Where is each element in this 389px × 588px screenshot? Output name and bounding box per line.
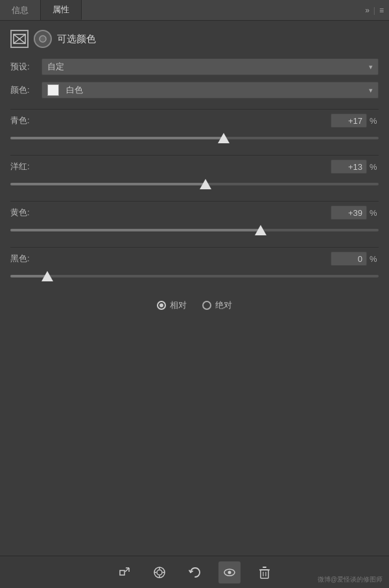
circle-icon [34,30,52,48]
svg-line-7 [125,568,129,572]
slider-label-0: 青色: [10,115,41,126]
slider-section-1: 洋红: +13 % [10,159,379,192]
divider-slider-2 [10,247,379,248]
slider-label-2: 黄色: [10,207,41,218]
tab-properties[interactable]: 属性 [41,0,82,20]
slider-fill-2 [10,229,261,231]
radio-absolute[interactable]: 绝对 [202,300,232,311]
slider-unit-0: % [370,116,379,126]
slider-section-2: 黄色: +39 % [10,206,379,238]
radio-row: 相对 绝对 [10,300,379,311]
slider-unit-1: % [370,162,379,172]
color-swatch [47,84,59,96]
slider-track-1 [10,183,379,185]
panel-title: 可选颜色 [57,33,96,45]
slider-value-group-3: 0 % [331,252,379,266]
preset-chevron: ▾ [369,63,373,71]
slider-header-0: 青色: +17 % [10,113,379,128]
slider-value-group-0: +17 % [331,113,379,128]
separator: | [373,6,375,15]
forward-icon[interactable]: » [365,6,370,15]
slider-track-2 [10,229,379,231]
panel: 信息 属性 » | ≡ [0,0,389,588]
slider-value-group-1: +13 % [331,159,379,174]
menu-icon[interactable]: ≡ [379,6,384,15]
envelope-icon [10,30,29,48]
preset-row: 预设: 自定 ▾ [10,58,379,75]
slider-value-2[interactable]: +39 [331,206,367,220]
svg-rect-4 [120,570,124,575]
slider-track-container-1[interactable] [10,176,379,192]
slider-track-3 [10,275,379,277]
color-chevron: ▾ [369,86,373,95]
slider-track-container-0[interactable] [10,130,379,146]
tab-bar: 信息 属性 » | ≡ [0,0,389,21]
slider-thumb-0[interactable] [218,133,230,143]
link-button[interactable] [113,561,136,583]
slider-header-1: 洋红: +13 % [10,159,379,174]
slider-section-3: 黑色: 0 % [10,252,379,284]
slider-thumb-2[interactable] [255,225,266,235]
divider-slider-0 [10,155,379,156]
sliders-container: 青色: +17 % 洋红: +13 % [10,113,379,293]
eye-circle-button[interactable] [148,561,171,583]
tab-info[interactable]: 信息 [0,0,41,20]
radio-relative[interactable]: 相对 [157,300,187,311]
radio-relative-circle [157,301,166,310]
panel-content: 可选颜色 预设: 自定 ▾ 颜色: 白色 ▾ [0,21,389,556]
tab-icons: » | ≡ [360,0,389,20]
color-select[interactable]: 白色 ▾ [41,82,379,99]
svg-point-3 [40,36,46,42]
tab-spacer [82,0,360,20]
radio-absolute-label: 绝对 [215,300,232,311]
slider-track-0 [10,137,379,139]
svg-point-15 [228,570,231,574]
slider-thumb-3[interactable] [41,271,53,281]
slider-fill-1 [10,183,206,185]
preset-label: 预设: [10,61,41,73]
svg-point-9 [157,570,162,575]
slider-fill-0 [10,137,224,139]
slider-label-1: 洋红: [10,161,41,172]
divider-slider-1 [10,201,379,202]
slider-unit-2: % [370,208,379,218]
slider-unit-3: % [370,254,379,264]
slider-section-0: 青色: +17 % [10,113,379,146]
preset-select[interactable]: 自定 ▾ [41,58,379,75]
visibility-button[interactable] [218,561,241,583]
slider-track-container-3[interactable] [10,268,379,284]
slider-header-3: 黑色: 0 % [10,252,379,266]
slider-value-1[interactable]: +13 [331,159,367,174]
slider-track-container-2[interactable] [10,222,379,238]
color-label: 颜色: [10,84,41,96]
watermark: 微博@爱怪谈的修图师 [318,575,383,584]
undo-button[interactable] [183,561,206,583]
radio-absolute-circle [202,301,211,310]
slider-header-2: 黄色: +39 % [10,206,379,220]
svg-rect-16 [261,570,268,578]
slider-thumb-1[interactable] [200,179,211,189]
slider-value-group-2: +39 % [331,206,379,220]
slider-value-3[interactable]: 0 [331,252,367,266]
flex-spacer [10,318,379,547]
divider-1 [10,109,379,110]
delete-button[interactable] [253,561,276,583]
slider-label-3: 黑色: [10,253,41,265]
panel-header: 可选颜色 [10,30,379,48]
color-row: 颜色: 白色 ▾ [10,82,379,99]
slider-value-0[interactable]: +17 [331,113,367,128]
radio-relative-label: 相对 [170,300,187,311]
